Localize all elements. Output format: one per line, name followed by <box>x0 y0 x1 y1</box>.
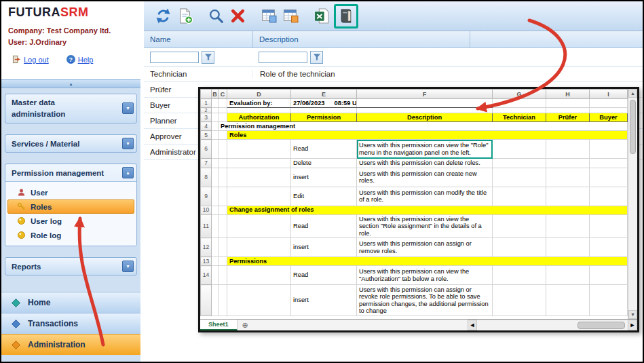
export-excel-button[interactable] <box>311 5 333 27</box>
sidebar: FUTURASRM Company: Test Company ltd. Use… <box>1 1 140 362</box>
table-row-technician[interactable]: Technician Role of the technician <box>144 66 643 82</box>
excel-row: 9 Edit Users with this permission can mo… <box>201 187 628 206</box>
user-value: J.Ordinary <box>29 38 67 46</box>
user-icon <box>17 188 26 197</box>
excel-row: 6 Read Users with this permission can vi… <box>201 140 628 159</box>
export-table-colored-button[interactable] <box>280 5 301 27</box>
permission-cell: Read <box>291 140 357 159</box>
chevron-up-icon[interactable]: ▲ <box>122 167 134 178</box>
column-header-filler <box>470 31 643 47</box>
scroll-down-icon[interactable]: ▼ <box>628 310 637 319</box>
filter-row <box>144 48 643 66</box>
section-label: Roles <box>227 131 628 140</box>
refresh-icon <box>155 7 172 24</box>
filter-funnel-icon <box>313 53 321 61</box>
sidebar-nav: Home Transactions Administration <box>1 292 140 355</box>
excel-row: 12 insert Users with this permission can… <box>201 238 628 257</box>
chevron-down-icon[interactable]: ▼ <box>122 261 134 272</box>
nav-label: Transactions <box>28 319 78 328</box>
delete-button[interactable] <box>227 5 248 27</box>
new-document-icon <box>176 7 193 24</box>
book-icon <box>338 7 355 24</box>
item-label: User <box>31 189 48 197</box>
excel-vertical-scrollbar[interactable]: ▲ ▼ <box>628 89 637 319</box>
master-data-label-line1: Master data <box>12 97 65 109</box>
collapse-icon: ▴ <box>70 81 73 86</box>
panel-permission-management-header[interactable]: Permission management ▲ <box>5 164 136 181</box>
panel-services-material-header[interactable]: Services / Material ▼ <box>5 135 136 152</box>
chevron-down-icon[interactable]: ▼ <box>122 138 134 149</box>
permission-cell: Delete <box>291 159 357 168</box>
log-icon <box>17 231 26 240</box>
panel-master-data-header[interactable]: Master data administration ▼ <box>5 94 136 123</box>
permission-cell: insert <box>291 238 357 257</box>
column-header-name[interactable]: Name <box>144 31 252 47</box>
column-header-description[interactable]: Description <box>252 31 470 47</box>
name-filter-input[interactable] <box>150 52 199 63</box>
sidebar-header: FUTURASRM Company: Test Company ltd. Use… <box>1 1 140 80</box>
export-table-button[interactable] <box>258 5 280 27</box>
table-export-colored-icon <box>282 7 299 24</box>
scroll-up-icon[interactable]: ▲ <box>628 89 637 98</box>
excel-section-row: 10 Change assignment of roles <box>201 206 628 214</box>
excel-section-row: 13 Permissions <box>201 257 628 266</box>
col-letter: B <box>212 90 219 99</box>
reports-label: Reports <box>12 263 41 271</box>
nav-item-administration[interactable]: Administration <box>1 334 140 355</box>
evaluation-datetime: 27/06/202308:59 Uhr <box>291 99 357 108</box>
sidebar-item-user-log[interactable]: User log <box>7 214 134 228</box>
chevron-down-icon[interactable]: ▼ <box>122 102 134 114</box>
excel-tab-bar: Sheet1 ⊕ ◄ ► <box>200 319 637 330</box>
logout-label: Log out <box>24 56 49 64</box>
excel-horizontal-scrollbar[interactable]: ◄ ► <box>468 320 637 330</box>
item-label: User log <box>31 217 62 225</box>
search-icon <box>208 7 225 24</box>
sidebar-item-role-log[interactable]: Role log <box>7 228 134 242</box>
nav-item-home[interactable]: Home <box>1 292 140 313</box>
panel-reports-header[interactable]: Reports ▼ <box>5 258 136 275</box>
header-buyer: Buyer <box>590 113 628 122</box>
session-info: Company: Test Company ltd. User: J.Ordin… <box>8 25 134 48</box>
sidebar-collapse-handle[interactable]: ▴ <box>1 80 140 88</box>
header-permission: Permission <box>291 113 357 122</box>
excel-column-headers: B C D E F G H I <box>201 90 628 99</box>
add-sheet-icon[interactable]: ⊕ <box>242 321 248 330</box>
search-button[interactable] <box>205 5 227 27</box>
description-cell: Users with this permission can assign or… <box>357 285 493 316</box>
description-cell: Users with this permission can delete ro… <box>357 159 493 168</box>
logout-icon <box>12 55 21 64</box>
scroll-right-icon[interactable]: ► <box>628 320 637 330</box>
transactions-icon <box>11 319 21 329</box>
keys-icon <box>17 202 26 211</box>
annotation-highlight-box <box>334 4 358 28</box>
panel-master-data: Master data administration ▼ <box>5 94 137 124</box>
description-filter-button[interactable] <box>310 51 323 64</box>
header-technician: Technician <box>493 113 546 122</box>
name-filter-button[interactable] <box>202 51 214 64</box>
scroll-left-icon[interactable]: ◄ <box>468 320 477 330</box>
help-link[interactable]: ? Help <box>67 55 94 64</box>
toolbar <box>144 1 643 31</box>
sidebar-item-user[interactable]: User <box>7 185 134 199</box>
nav-item-transactions[interactable]: Transactions <box>1 313 140 334</box>
user-label: User: <box>8 38 27 46</box>
excel-row: 1 Evaluation by: 27/06/202308:59 Uhr <box>201 99 628 108</box>
administration-icon <box>11 340 21 350</box>
description-filter-input[interactable] <box>259 52 307 63</box>
description-cell: Users with this permission can view the … <box>357 214 493 238</box>
sheet-tab[interactable]: Sheet1 <box>200 320 238 330</box>
header-authorization: Authorization <box>227 113 291 122</box>
new-record-button[interactable] <box>174 5 195 27</box>
help-icon: ? <box>67 55 75 64</box>
sidebar-item-roles[interactable]: Roles <box>7 199 134 214</box>
report-book-button[interactable] <box>337 7 356 26</box>
refresh-button[interactable] <box>152 5 174 27</box>
excel-row: insert Users with this permission can as… <box>201 285 628 316</box>
vscroll-thumb[interactable] <box>630 100 636 154</box>
excel-row: 7 Delete Users with this permission can … <box>201 159 628 168</box>
logout-link[interactable]: Log out <box>12 55 49 64</box>
hscroll-thumb[interactable] <box>577 322 625 329</box>
panel-reports: Reports ▼ <box>5 257 137 275</box>
delete-x-icon <box>229 7 246 24</box>
col-letter: I <box>590 90 628 99</box>
